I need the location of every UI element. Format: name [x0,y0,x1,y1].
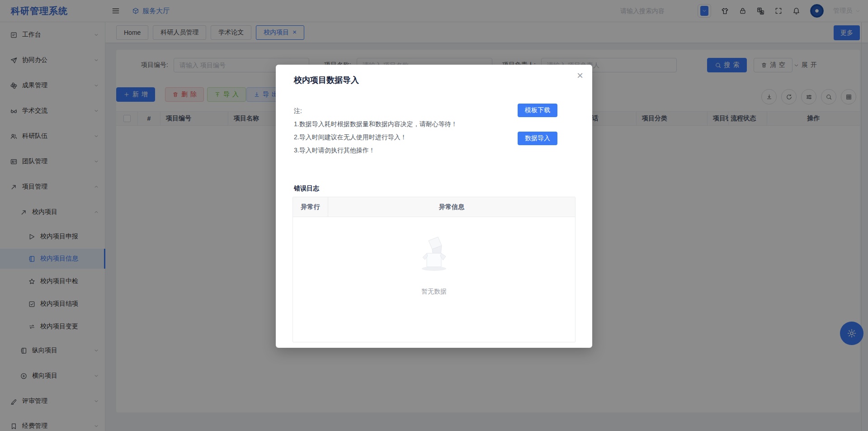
dialog-notes: 注: 1.数据导入耗时根据数据量和数据内容决定，请耐心等待！ 2.导入时间建议在… [294,104,458,157]
error-log-table-header: 异常行 异常信息 [293,197,575,217]
column-error-row: 异常行 [293,197,328,217]
empty-box-illustration [411,232,457,272]
empty-state: 暂无数据 [293,217,575,342]
dialog-title: 校内项目数据导入 [294,75,359,85]
column-error-message: 异常信息 [328,197,575,217]
empty-text: 暂无数据 [421,288,447,296]
error-log-table: 异常行 异常信息 暂无数据 [292,197,576,342]
note-line: 3.导入时请勿执行其他操作！ [294,144,458,157]
template-download-button[interactable]: 模板下载 [518,104,557,117]
dialog-close-icon[interactable]: × [577,70,583,81]
import-dialog: 校内项目数据导入 × 注: 1.数据导入耗时根据数据量和数据内容决定，请耐心等待… [276,65,592,348]
error-log-title: 错误日志 [294,185,319,193]
note-line: 1.数据导入耗时根据数据量和数据内容决定，请耐心等待！ [294,118,458,131]
note-line: 2.导入时间建议在无人使用时进行导入！ [294,131,458,144]
note-title: 注: [294,104,458,118]
data-import-button[interactable]: 数据导入 [518,132,557,145]
